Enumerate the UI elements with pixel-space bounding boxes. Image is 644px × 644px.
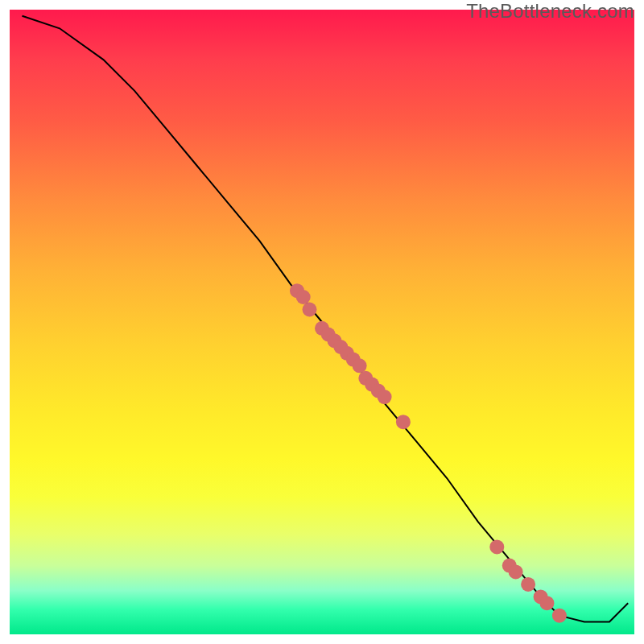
chart-points-group: [290, 283, 567, 623]
chart-point: [353, 358, 367, 373]
chart-point: [489, 539, 504, 554]
chart-point: [396, 415, 411, 429]
chart-point: [296, 290, 311, 304]
chart-point: [552, 609, 567, 623]
chart-curve: [23, 16, 629, 622]
chart-point: [303, 303, 317, 317]
chart-point: [539, 596, 554, 610]
chart-point: [509, 564, 523, 579]
chart-point: [521, 577, 535, 592]
chart-container: TheBottleneck.com: [0, 0, 644, 644]
chart-point: [378, 390, 392, 404]
chart-svg: [0, 0, 644, 644]
